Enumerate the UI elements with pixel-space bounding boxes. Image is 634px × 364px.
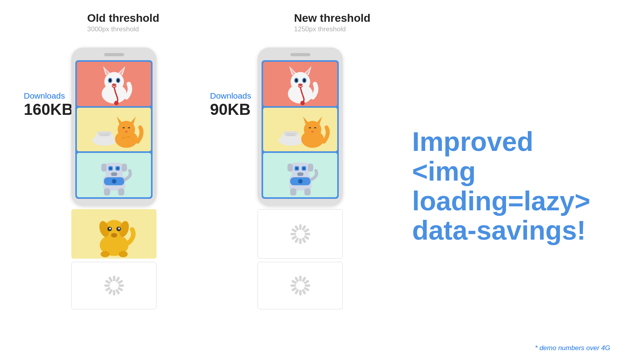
old-threshold-section: Downloads 160KB bbox=[24, 48, 194, 309]
old-yellow-dog-card bbox=[71, 209, 157, 259]
svg-point-43 bbox=[118, 228, 120, 230]
old-phone-column bbox=[71, 48, 157, 309]
demo-note: * demo numbers over 4G bbox=[535, 344, 610, 352]
new-downloads-info: Downloads 90KB bbox=[210, 48, 258, 118]
svg-rect-84 bbox=[287, 164, 292, 172]
svg-point-68 bbox=[295, 79, 298, 82]
tagline-line1: Improved bbox=[412, 127, 610, 156]
svg-point-92 bbox=[298, 179, 302, 183]
old-below-fold bbox=[71, 209, 157, 309]
old-card-orange-cat bbox=[77, 108, 151, 151]
svg-rect-113 bbox=[299, 290, 302, 295]
svg-point-70 bbox=[298, 84, 302, 86]
svg-point-89 bbox=[302, 167, 305, 170]
old-threshold-sub: 3000px threshold bbox=[87, 25, 159, 33]
svg-point-8 bbox=[109, 79, 111, 82]
svg-point-28 bbox=[109, 167, 112, 170]
new-threshold-sub: 1250px threshold bbox=[294, 25, 370, 33]
new-threshold-title: New threshold bbox=[294, 12, 370, 25]
svg-point-29 bbox=[116, 167, 119, 170]
svg-rect-101 bbox=[299, 238, 302, 244]
tagline-line3: data-savings! bbox=[412, 215, 610, 245]
svg-rect-51 bbox=[118, 284, 124, 287]
svg-point-21 bbox=[125, 131, 128, 132]
svg-point-88 bbox=[295, 167, 298, 170]
loading-spinner-new-2 bbox=[288, 274, 312, 297]
new-downloads-size: 90KB bbox=[210, 101, 254, 118]
loading-spinner-old bbox=[102, 274, 126, 297]
new-phone-mockup bbox=[258, 48, 343, 206]
new-card-orange-cat bbox=[263, 108, 337, 151]
new-card-cat bbox=[263, 62, 337, 106]
svg-rect-34 bbox=[118, 189, 124, 196]
phone-speaker bbox=[104, 53, 124, 56]
old-phone-mockup bbox=[71, 48, 157, 206]
tagline-line2: <img loading=lazy> bbox=[412, 156, 610, 216]
svg-point-69 bbox=[303, 79, 306, 82]
orange-cat-illustration-2 bbox=[269, 108, 332, 151]
old-card-cat bbox=[77, 62, 151, 106]
new-threshold-section: Downloads 90KB bbox=[210, 48, 380, 309]
svg-rect-74 bbox=[284, 131, 298, 135]
old-threshold-title: Old threshold bbox=[87, 12, 159, 25]
phone-speaker-new bbox=[290, 53, 310, 56]
svg-marker-20 bbox=[130, 116, 136, 124]
old-loading-card bbox=[71, 262, 157, 309]
old-phone-screen bbox=[75, 60, 153, 199]
orange-cat-illustration bbox=[82, 108, 146, 151]
svg-rect-24 bbox=[101, 164, 106, 172]
svg-point-10 bbox=[112, 84, 116, 86]
new-loading-card-2 bbox=[258, 262, 343, 309]
svg-rect-48 bbox=[113, 276, 115, 281]
robot-dog-illustration bbox=[82, 153, 146, 197]
right-text-section: Improved <img loading=lazy> data-savings… bbox=[380, 48, 610, 309]
svg-rect-110 bbox=[305, 284, 310, 287]
svg-rect-14 bbox=[97, 131, 111, 135]
svg-rect-25 bbox=[122, 164, 127, 172]
svg-rect-30 bbox=[111, 172, 117, 176]
svg-point-46 bbox=[100, 251, 109, 257]
svg-rect-33 bbox=[104, 189, 110, 196]
tagline: Improved <img loading=lazy> data-savings… bbox=[412, 127, 610, 245]
svg-point-9 bbox=[116, 79, 119, 82]
new-downloads-label: Downloads bbox=[210, 91, 254, 101]
svg-rect-104 bbox=[290, 233, 296, 235]
robot-dog-illustration-2 bbox=[269, 153, 332, 197]
svg-point-47 bbox=[118, 251, 128, 257]
svg-rect-107 bbox=[299, 276, 302, 281]
old-downloads-label: Downloads bbox=[24, 91, 67, 101]
svg-rect-116 bbox=[290, 284, 296, 287]
svg-rect-90 bbox=[297, 172, 304, 176]
main-container: Old threshold 3000px threshold New thres… bbox=[0, 0, 634, 364]
old-downloads-info: Downloads 160KB bbox=[24, 48, 71, 118]
svg-marker-79 bbox=[303, 116, 309, 124]
svg-point-44 bbox=[111, 233, 117, 237]
cat-illustration-2 bbox=[269, 62, 332, 106]
new-card-robot-dog bbox=[263, 153, 337, 197]
cat-illustration bbox=[82, 62, 146, 106]
svg-point-81 bbox=[311, 131, 314, 132]
old-downloads-size: 160KB bbox=[24, 101, 67, 118]
old-card-robot-dog bbox=[77, 153, 151, 197]
yellow-dog-illustration bbox=[74, 209, 154, 259]
new-phone-screen bbox=[262, 60, 339, 199]
new-phone-column bbox=[258, 48, 343, 309]
svg-point-42 bbox=[109, 228, 111, 230]
loading-spinner-new-1 bbox=[288, 222, 312, 246]
svg-rect-57 bbox=[104, 284, 110, 287]
new-threshold-block: New threshold 1250px threshold bbox=[294, 12, 370, 33]
old-threshold-block: Old threshold 3000px threshold bbox=[87, 12, 159, 33]
svg-point-11 bbox=[114, 101, 118, 105]
svg-rect-94 bbox=[304, 189, 311, 196]
svg-marker-80 bbox=[316, 116, 322, 124]
svg-point-32 bbox=[112, 179, 116, 183]
svg-point-71 bbox=[300, 101, 305, 105]
new-loading-card-1 bbox=[258, 209, 343, 259]
svg-rect-95 bbox=[299, 224, 302, 230]
svg-rect-98 bbox=[305, 233, 310, 235]
new-below-fold bbox=[258, 209, 343, 309]
svg-marker-19 bbox=[116, 116, 122, 124]
svg-rect-85 bbox=[308, 164, 313, 172]
svg-rect-93 bbox=[290, 189, 296, 196]
svg-rect-54 bbox=[113, 290, 115, 295]
